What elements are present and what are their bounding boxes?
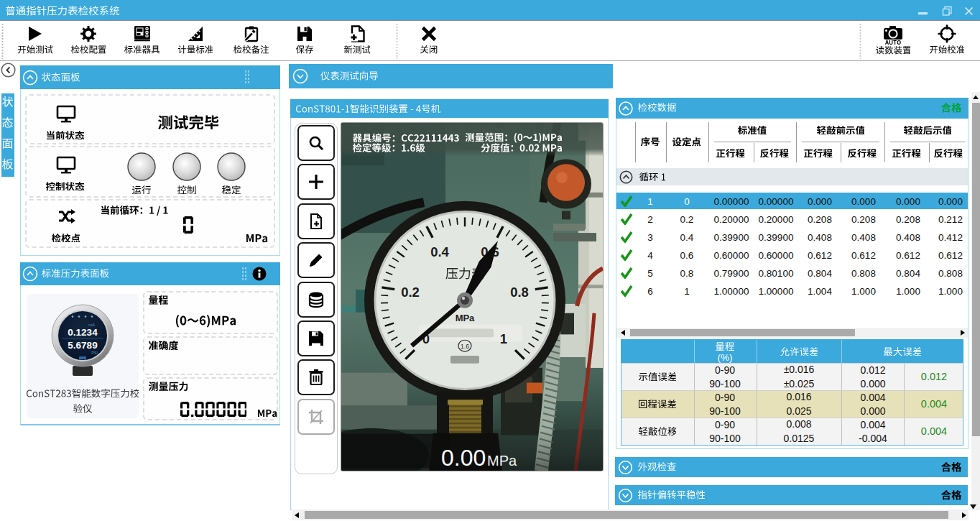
svg-text:5.6789: 5.6789 [68,340,97,351]
svg-text:PSI: PSI [91,351,98,355]
svg-text:0.1234: 0.1234 [68,327,98,338]
svg-text:1.6: 1.6 [461,343,469,350]
svg-text:MPa: MPa [487,453,517,469]
svg-text:1: 1 [500,331,507,346]
svg-text:0.4: 0.4 [430,244,449,259]
svg-text:0.8: 0.8 [510,285,529,300]
svg-text:MPa: MPa [456,313,476,323]
svg-text:0.00: 0.00 [441,445,486,471]
svg-text:0.2: 0.2 [401,285,420,300]
